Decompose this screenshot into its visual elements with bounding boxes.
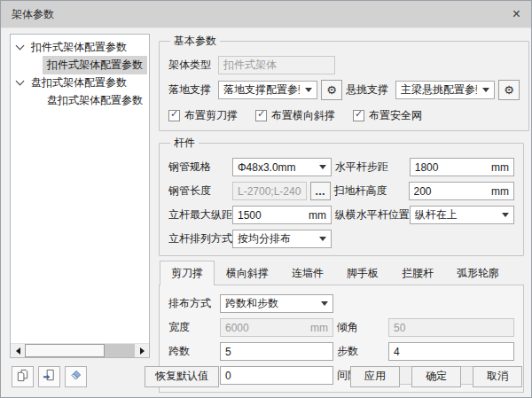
scroll-right-icon[interactable] [135,344,149,357]
close-icon[interactable]: × [501,7,520,21]
span-count-input[interactable]: 5 [220,342,333,361]
gear-icon: ⚙ [504,83,514,97]
bar-position-select[interactable]: 纵杆在上 [410,206,514,224]
layout-mode-row: 排布方式 跨数和步数 [168,294,514,313]
restore-defaults-button[interactable]: 恢复默认值 [145,366,219,387]
detail-tabs: 剪刀撑 横向斜撑 连墙件 脚手板 拦腰杆 弧形轮廓 排布方式 跨数和步数 [159,261,524,358]
frame-type-field: 扣件式架体 [218,56,335,74]
tab-transverse-bracing[interactable]: 横向斜撑 [215,261,280,285]
checkbox-transverse-bracing[interactable]: 布置横向斜撑 [255,108,335,123]
ellipsis-icon: … [315,185,326,198]
pipe-length-browse-button[interactable]: … [310,182,331,200]
chevron-down-icon [305,88,312,92]
copy-button[interactable] [12,366,34,387]
tree-item-koujian-child[interactable]: 扣件式架体配置参数 [11,56,149,74]
pipe-spec-row: 钢管规格 Φ48x3.0mm 水平杆步距 1800 mm [168,158,514,176]
tree-item-pankou-child[interactable]: 盘扣式架体配置参数 [11,91,149,109]
scrollbar-thumb[interactable] [25,344,105,357]
tree-horizontal-scrollbar[interactable] [11,343,149,357]
import-button[interactable] [38,366,60,387]
tree-item-pankou-parent[interactable]: 盘扣式架体配置参数 [11,74,149,91]
copy-icon [16,369,29,385]
supports-row: 落地支撑 落地支撑配置参数 ⚙ 悬挑支撑 主梁悬挑配置参数 [168,80,520,100]
chevron-down-icon[interactable] [14,41,27,53]
pipe-length-label: 钢管长度 [168,183,232,199]
tree-toolbar [12,366,145,387]
span-step-row: 跨数 5 步数 4 [168,342,514,361]
chevron-down-icon[interactable] [14,76,27,89]
arrangement-row: 立杆排列方式 按均分排布 [168,230,514,248]
layout-mode-label: 排布方式 [168,296,220,311]
max-spacing-row: 立杆最大纵距 1500 mm 纵横水平杆位置 纵杆在上 [168,206,514,224]
overhang-support-value: 主梁悬挑配置参数 [401,82,477,98]
checkbox-checked-icon[interactable] [168,110,180,121]
tab-wall-connector[interactable]: 连墙件 [280,261,335,285]
pipe-spec-value: Φ48x3.0mm [238,161,314,174]
right-column: 基本参数 架体类型 扣件式架体 落地支撑 落地支撑配置参数 ⚙ [159,34,524,358]
tab-scissor-bracing[interactable]: 剪刀撑 [160,261,215,285]
eraser-button[interactable] [65,366,87,387]
pipe-length-value: L-2700;L-2400;L-2000 [238,185,301,198]
footer: 恢复默认值 应用 确定 取消 [1,360,531,397]
sweep-bar-height-input[interactable]: 200 mm [409,182,514,200]
checkbox-checked-icon[interactable] [353,110,364,121]
max-spacing-value: 1500 [238,209,305,222]
pipe-spec-select[interactable]: Φ48x3.0mm [232,158,332,176]
tab-waist-rail[interactable]: 拦腰杆 [390,261,445,285]
unit-label: mm [491,185,509,198]
apply-button[interactable]: 应用 [350,366,400,387]
layout-mode-value: 跨数和步数 [225,296,316,311]
unit-label: mm [309,209,326,222]
step-count-input[interactable]: 4 [388,342,514,361]
checkbox-safety-net[interactable]: 布置安全网 [353,108,422,123]
checkbox-label: 布置横向斜撑 [271,108,335,123]
checkbox-scissor-bracing[interactable]: 布置剪刀撑 [168,108,238,123]
tree-item-label: 扣件式架体配置参数 [43,56,147,74]
basic-parameters-group: 基本参数 架体类型 扣件式架体 落地支撑 落地支撑配置参数 ⚙ [159,34,529,131]
checkbox-checked-icon[interactable] [255,110,267,121]
dialog-content: 扣件式架体配置参数 扣件式架体配置参数 盘扣式架体配置参数 盘扣式架体配置参数 [1,28,531,360]
chevron-down-icon [502,213,509,217]
scroll-left-icon[interactable] [11,344,25,357]
tree-item-koujian-parent[interactable]: 扣件式架体配置参数 [11,38,149,56]
step-count-label: 步数 [337,344,388,359]
titlebar: 架体参数 × [1,1,531,28]
pipe-length-row: 钢管长度 L-2700;L-2400;L-2000 … 扫地杆高度 200 mm [168,182,514,200]
overhang-support-settings-button[interactable]: ⚙ [498,80,520,100]
tab-arc-profile[interactable]: 弧形轮廓 [445,261,511,285]
scrollbar-track[interactable] [105,344,135,357]
tab-scaffold-board[interactable]: 脚手板 [335,261,390,285]
ok-button[interactable]: 确定 [411,366,461,387]
tree-item-label: 扣件式架体配置参数 [27,38,131,57]
horizontal-step-label: 水平杆步距 [335,160,410,175]
chevron-down-icon [319,165,326,169]
cancel-button[interactable]: 取消 [473,366,522,387]
frame-type-value: 扣件式架体 [223,58,330,73]
horizontal-step-input[interactable]: 1800 mm [410,158,514,176]
arrangement-select[interactable]: 按均分排布 [232,230,332,248]
tree-item-label: 盘扣式架体配置参数 [43,91,147,110]
max-spacing-input[interactable]: 1500 mm [232,206,332,224]
group-legend: 杆件 [170,136,199,151]
left-column: 扣件式架体配置参数 扣件式架体配置参数 盘扣式架体配置参数 盘扣式架体配置参数 [10,34,150,358]
width-value: 6000 [225,322,307,334]
width-label: 宽度 [168,320,220,335]
ground-support-select[interactable]: 落地支撑配置参数 [218,81,317,99]
overhang-support-select[interactable]: 主梁悬挑配置参数 [395,81,495,99]
group-legend: 基本参数 [170,34,220,49]
span-count-label: 跨数 [168,344,220,359]
dialog-title: 架体参数 [12,7,501,22]
width-field: 6000 mm [220,318,333,337]
width-incline-row: 宽度 6000 mm 倾角 50 [168,318,514,337]
tab-bar: 剪刀撑 横向斜撑 连墙件 脚手板 拦腰杆 弧形轮廓 [159,261,524,285]
unit-label: mm [310,322,328,334]
arrangement-label: 立杆排列方式 [168,231,232,246]
ground-support-value: 落地支撑配置参数 [223,82,300,98]
frame-type-label: 架体类型 [168,58,218,73]
unit-label: mm [491,161,509,174]
checkbox-label: 布置安全网 [369,108,422,123]
layout-mode-select[interactable]: 跨数和步数 [220,294,333,313]
bar-position-value: 纵杆在上 [415,207,497,222]
tree-list: 扣件式架体配置参数 扣件式架体配置参数 盘扣式架体配置参数 盘扣式架体配置参数 [11,35,149,343]
ground-support-settings-button[interactable]: ⚙ [321,80,342,100]
